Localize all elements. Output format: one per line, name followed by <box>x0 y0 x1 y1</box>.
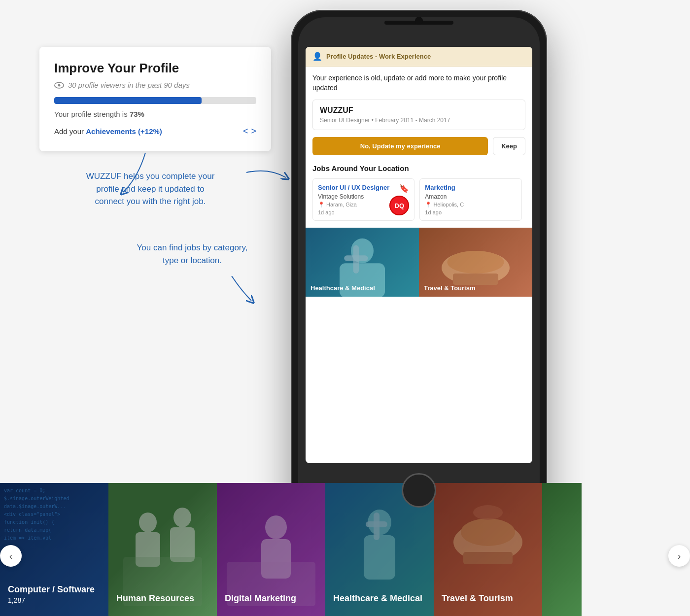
cat-marketing[interactable]: Digital Marketing <box>217 483 325 616</box>
prev-arrow[interactable]: < <box>243 126 248 137</box>
job-title-2: Marketing <box>425 184 516 191</box>
cat-computer-label: Computer / Software 1,287 <box>8 584 95 604</box>
job-company-2: Amazon <box>425 193 516 200</box>
banner-text: Profile Updates - Work Experience <box>326 53 431 60</box>
cat-marketing-name: Digital Marketing <box>225 593 296 604</box>
person-icon: 👤 <box>312 52 322 61</box>
work-company: WUZZUF <box>320 106 518 115</box>
phone-home-button[interactable] <box>402 473 436 508</box>
travel-label: Travel & Tourism <box>424 284 476 292</box>
phone-category-strip: Healthcare & Medical Travel & Tourism <box>306 228 532 297</box>
eye-icon <box>54 82 64 89</box>
phone-container: 👤 Profile Updates - Work Experience Your… <box>291 10 547 527</box>
cat-travel[interactable]: Travel & Tourism <box>434 483 542 616</box>
profile-card-title: Improve Your Profile <box>54 61 256 76</box>
profile-strength: Your profile strength is 73% <box>54 110 256 118</box>
cat-marketing-label: Digital Marketing <box>225 593 296 604</box>
svg-point-7 <box>448 251 504 274</box>
viewers-text: 30 profile viewers in the past 90 days <box>68 81 190 89</box>
cat-computer-count: 1,287 <box>8 596 95 604</box>
cat-hr-name: Human Resources <box>116 593 194 604</box>
achievements-text[interactable]: Add your Achievements (+12%) <box>54 127 162 136</box>
job-time-2: 1d ago <box>425 209 516 215</box>
cat-healthcare-label: Healthcare & Medical <box>333 593 422 604</box>
job-location-2: 📍 Heliopolis, C <box>425 202 516 208</box>
job-card-1[interactable]: Senior UI / UX Designer Vintage Solution… <box>312 178 414 221</box>
keep-button[interactable]: Keep <box>493 137 525 155</box>
svg-point-1 <box>58 84 61 86</box>
cat-travel-name: Travel & Tourism <box>442 593 513 604</box>
cat-computer-name: Computer / Software <box>8 584 95 595</box>
cat-hr-label: Human Resources <box>116 593 194 604</box>
job-title-1: Senior UI / UX Designer <box>318 184 409 191</box>
progress-bar-fill <box>54 97 202 104</box>
cat-extra <box>542 483 582 616</box>
cat-hr[interactable]: Human Resources <box>108 483 217 616</box>
achievements-row: Add your Achievements (+12%) < > <box>54 126 256 137</box>
jobs-row: Senior UI / UX Designer Vintage Solution… <box>312 178 525 221</box>
profile-card: Improve Your Profile 30 profile viewers … <box>39 47 271 151</box>
viewers-row: 30 profile viewers in the past 90 days <box>54 81 256 89</box>
svg-rect-8 <box>453 274 498 285</box>
bookmark-icon-1[interactable]: 🔖 <box>399 184 409 193</box>
work-card: WUZZUF Senior UI Designer • February 201… <box>312 100 525 130</box>
cat-healthcare-name: Healthcare & Medical <box>333 593 422 604</box>
strip-nav-right[interactable]: › <box>668 545 690 567</box>
phone-cat-travel[interactable]: Travel & Tourism <box>419 228 532 297</box>
progress-bar-container <box>54 97 256 104</box>
phone-outer: 👤 Profile Updates - Work Experience Your… <box>291 10 547 527</box>
strip-nav-left[interactable]: ‹ <box>0 545 22 567</box>
next-arrow[interactable]: > <box>251 126 256 137</box>
phone-body: Your experience is old, update or add mo… <box>306 67 532 228</box>
phone-screen: 👤 Profile Updates - Work Experience Your… <box>306 47 532 463</box>
update-experience-button[interactable]: No, Update my experience <box>312 137 488 155</box>
svg-rect-5 <box>344 255 368 261</box>
update-desc: Your experience is old, update or add mo… <box>312 73 525 93</box>
category-strip: ‹ var count = 0; $.sinage.outerWeighted … <box>0 483 690 616</box>
annotation-1: WUZZUF helps you complete your profile a… <box>81 170 219 208</box>
annotation-2: You can find jobs by category, type or l… <box>131 241 254 267</box>
phone-inner: 👤 Profile Updates - Work Experience Your… <box>298 17 540 520</box>
action-buttons: No, Update my experience Keep <box>312 137 525 155</box>
work-role: Senior UI Designer • February 2011 - Mar… <box>320 117 518 124</box>
phone-content: 👤 Profile Updates - Work Experience Your… <box>306 47 532 463</box>
phone-cat-healthcare[interactable]: Healthcare & Medical <box>306 228 419 297</box>
cat-travel-label: Travel & Tourism <box>442 593 513 604</box>
card-nav-arrows[interactable]: < > <box>243 126 256 137</box>
profile-update-banner: 👤 Profile Updates - Work Experience <box>306 47 532 67</box>
job-card-2[interactable]: Marketing Amazon 📍 Heliopolis, C 1d ago <box>419 178 521 221</box>
jobs-section-title: Jobs Around Your Location <box>312 164 525 172</box>
phone-camera <box>415 17 423 25</box>
healthcare-label: Healthcare & Medical <box>310 284 375 292</box>
